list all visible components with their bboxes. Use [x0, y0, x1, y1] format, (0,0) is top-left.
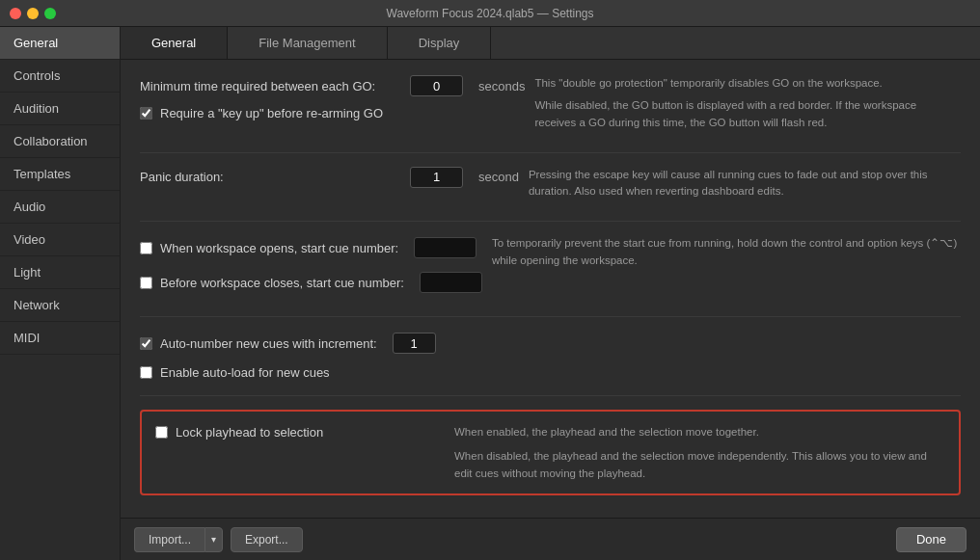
import-export-group: Import... ▾ Export...: [134, 527, 303, 552]
titlebar: Waveform Focus 2024.qlab5 — Settings: [0, 0, 980, 27]
auto-number-checkbox[interactable]: [140, 337, 152, 350]
auto-number-input[interactable]: [393, 333, 436, 354]
bottom-bar: Import... ▾ Export... Done: [121, 518, 980, 560]
panic-duration-desc: Pressing the escape key will cause all r…: [529, 167, 961, 200]
sidebar-item-video[interactable]: Video: [0, 224, 120, 256]
minimize-button[interactable]: [27, 8, 39, 19]
lock-playhead-desc: When enabled, the playhead and the selec…: [454, 423, 945, 482]
workspace-opens-label: When workspace opens, start cue number:: [160, 241, 398, 255]
traffic-lights: [10, 8, 56, 19]
require-keyup-checkbox[interactable]: [140, 107, 152, 120]
require-keyup-row: Require a "key up" before re-arming GO: [140, 104, 525, 122]
tab-bar: General File Management Display: [121, 27, 980, 60]
min-time-label: Minimum time required between each GO:: [140, 79, 410, 93]
row-panic-duration: Panic duration: second Pressing the esca…: [140, 167, 961, 200]
group-workspace-cues: When workspace opens, start cue number: …: [140, 235, 961, 317]
sidebar-item-controls[interactable]: Controls: [0, 60, 120, 93]
lock-playhead-label: Lock playhead to selection: [176, 425, 323, 440]
min-time-unit: seconds: [478, 79, 525, 93]
sidebar-item-templates[interactable]: Templates: [0, 158, 120, 191]
import-button[interactable]: Import...: [134, 527, 204, 552]
auto-number-label: Auto-number new cues with increment:: [160, 336, 377, 351]
sidebar-item-network[interactable]: Network: [0, 289, 120, 322]
tab-general[interactable]: General: [121, 27, 228, 59]
sidebar-item-general[interactable]: General: [0, 27, 120, 60]
workspace-closes-checkbox[interactable]: [140, 277, 152, 289]
workspace-closes-input[interactable]: [420, 272, 482, 293]
export-button[interactable]: Export...: [231, 527, 303, 552]
settings-panel: Minimum time required between each GO: s…: [121, 60, 980, 518]
workspace-opens-desc: To temporarily prevent the start cue fro…: [492, 235, 961, 269]
sidebar-item-audition[interactable]: Audition: [0, 93, 120, 125]
maximize-button[interactable]: [44, 8, 56, 19]
group-panic: Panic duration: second Pressing the esca…: [140, 167, 961, 223]
min-time-input[interactable]: [410, 75, 463, 96]
content-area: General File Management Display Minimum …: [121, 27, 980, 560]
workspace-opens-checkbox[interactable]: [140, 242, 152, 254]
row-min-time: Minimum time required between each GO: s…: [140, 75, 961, 131]
group-go-protection: Minimum time required between each GO: s…: [140, 75, 961, 153]
panic-duration-label: Panic duration:: [140, 170, 410, 184]
sidebar-item-audio[interactable]: Audio: [0, 191, 120, 224]
enable-autoload-checkbox[interactable]: [140, 366, 152, 379]
sidebar-item-collaboration[interactable]: Collaboration: [0, 125, 120, 158]
group-auto-number: Auto-number new cues with increment: Ena…: [140, 331, 961, 396]
sidebar-item-midi[interactable]: MIDI: [0, 322, 120, 355]
lock-playhead-checkbox[interactable]: [155, 426, 168, 439]
workspace-closes-label: Before workspace closes, start cue numbe…: [160, 276, 404, 290]
window-title: Waveform Focus 2024.qlab5 — Settings: [387, 7, 594, 20]
enable-autoload-label: Enable auto-load for new cues: [160, 365, 330, 380]
require-keyup-label: Require a "key up" before re-arming GO: [160, 106, 383, 120]
close-button[interactable]: [10, 8, 21, 19]
sidebar-item-light[interactable]: Light: [0, 256, 120, 289]
sidebar: General Controls Audition Collaboration …: [0, 27, 121, 560]
workspace-opens-input[interactable]: [414, 237, 476, 258]
tab-display[interactable]: Display: [388, 27, 492, 59]
panic-duration-unit: second: [478, 170, 519, 184]
row-workspace-opens: When workspace opens, start cue number: …: [140, 235, 961, 295]
group-lock-playhead: Lock playhead to selection When enabled,…: [140, 410, 961, 495]
tab-file-management[interactable]: File Management: [228, 27, 387, 59]
min-time-desc: This "double go protection" temporarily …: [534, 75, 961, 131]
import-arrow-button[interactable]: ▾: [204, 527, 223, 552]
done-button[interactable]: Done: [896, 527, 966, 552]
panic-duration-input[interactable]: [410, 167, 463, 188]
